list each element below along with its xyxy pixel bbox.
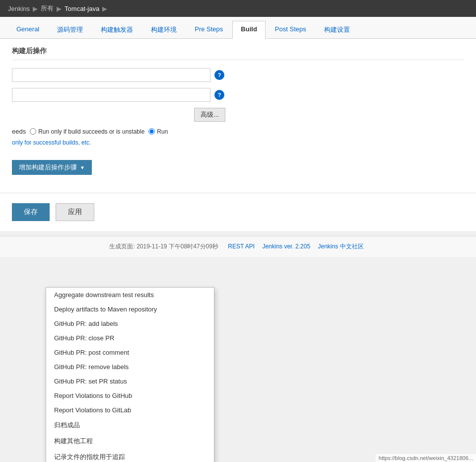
content-section: 构建后操作 ? ? 高级... eeds Run only if build s…: [0, 39, 476, 183]
tab-bar: General 源码管理 构建触发器 构建环境 Pre Steps Build …: [0, 17, 476, 39]
tab-build[interactable]: Build: [232, 21, 266, 39]
tab-env[interactable]: 构建环境: [142, 21, 185, 38]
dropdown-item[interactable]: Report Violations to GitLab: [46, 403, 214, 417]
bottom-buttons-area: 保存 应用: [0, 193, 476, 231]
main-content: General 源码管理 构建触发器 构建环境 Pre Steps Build …: [0, 17, 476, 231]
help-icon-2[interactable]: ?: [214, 90, 224, 100]
advanced-button[interactable]: 高级...: [194, 108, 225, 122]
dropdown-item[interactable]: Deploy artifacts to Maven repository: [46, 302, 214, 316]
radio-label-2: Run: [157, 128, 168, 135]
dropdown-item[interactable]: GitHub PR: post comment: [46, 345, 214, 360]
dropdown-menu: Aggregate downstream test resultsDeploy …: [46, 287, 214, 462]
footer: 生成页面: 2019-11-19 下午08时47分09秒 REST API Je…: [0, 236, 476, 257]
breadcrumb: Jenkins ▶ 所有 ▶ Tomcat-java ▶: [0, 0, 476, 17]
dropdown-item[interactable]: 构建其他工程: [46, 433, 214, 449]
tab-general[interactable]: General: [8, 21, 48, 38]
footer-jenkins-ver[interactable]: Jenkins ver. 2.205: [262, 243, 310, 250]
tab-trigger[interactable]: 构建触发器: [92, 21, 141, 38]
breadcrumb-arrow-1: ▶: [33, 5, 38, 12]
radio-input-2[interactable]: [148, 128, 155, 135]
footer-rest-api[interactable]: REST API: [228, 243, 255, 250]
hint-row: only for successful builds, etc.: [12, 139, 464, 146]
dropdown-item[interactable]: Report Violations to GitHub: [46, 388, 214, 403]
radio-input-1[interactable]: [30, 128, 36, 135]
advanced-row: 高级...: [12, 108, 225, 122]
form-row-1: ?: [12, 68, 464, 82]
dropdown-item[interactable]: Aggregate downstream test results: [46, 288, 214, 302]
radio-option-2[interactable]: Run: [148, 128, 168, 135]
dropdown-item[interactable]: 记录文件的指纹用于追踪: [46, 449, 214, 462]
dropdown-item[interactable]: GitHub PR: close PR: [46, 331, 214, 345]
dropdown-item[interactable]: 归档成品: [46, 417, 214, 433]
breadcrumb-jenkins[interactable]: Jenkins: [8, 5, 30, 12]
save-button[interactable]: 保存: [12, 203, 50, 221]
help-icon-1[interactable]: ?: [214, 70, 224, 80]
input-field-1[interactable]: [12, 68, 210, 82]
footer-generated: 生成页面: 2019-11-19 下午08时47分09秒: [109, 243, 218, 250]
hint-text: only for successful builds, etc.: [12, 139, 91, 146]
tab-settings[interactable]: 构建设置: [316, 21, 358, 38]
watermark: https://blog.csdn.net/weixin_4321806...: [376, 454, 476, 462]
footer-community[interactable]: Jenkins 中文社区: [318, 243, 363, 250]
input-field-2[interactable]: [12, 88, 210, 102]
radio-label-1: Run only if build succeeds or is unstabl…: [38, 128, 144, 135]
add-step-label: 增加构建后操作步骤: [19, 163, 77, 172]
tab-presteps[interactable]: Pre Steps: [186, 21, 231, 38]
radio-prefix: eeds: [12, 128, 26, 135]
tab-source[interactable]: 源码管理: [49, 21, 91, 38]
dropdown-arrow-icon: ▼: [80, 165, 85, 170]
add-step-row: 增加构建后操作步骤 ▼: [12, 152, 464, 175]
breadcrumb-arrow-2: ▶: [57, 5, 62, 12]
breadcrumb-arrow-3: ▶: [102, 5, 107, 12]
dropdown-item[interactable]: GitHub PR: remove labels: [46, 360, 214, 374]
dropdown-item[interactable]: GitHub PR: set PR status: [46, 374, 214, 388]
form-row-2: ?: [12, 88, 464, 102]
section-title: 构建后操作: [12, 47, 464, 60]
breadcrumb-all[interactable]: 所有: [41, 4, 54, 13]
apply-button[interactable]: 应用: [56, 203, 94, 221]
radio-option-1[interactable]: Run only if build succeeds or is unstabl…: [30, 128, 144, 135]
dropdown-item[interactable]: GitHub PR: add labels: [46, 316, 214, 331]
add-step-button[interactable]: 增加构建后操作步骤 ▼: [12, 160, 92, 175]
tab-poststeps[interactable]: Post Steps: [267, 21, 315, 38]
radio-row: eeds Run only if build succeeds or is un…: [12, 128, 464, 135]
breadcrumb-project[interactable]: Tomcat-java: [65, 5, 99, 12]
